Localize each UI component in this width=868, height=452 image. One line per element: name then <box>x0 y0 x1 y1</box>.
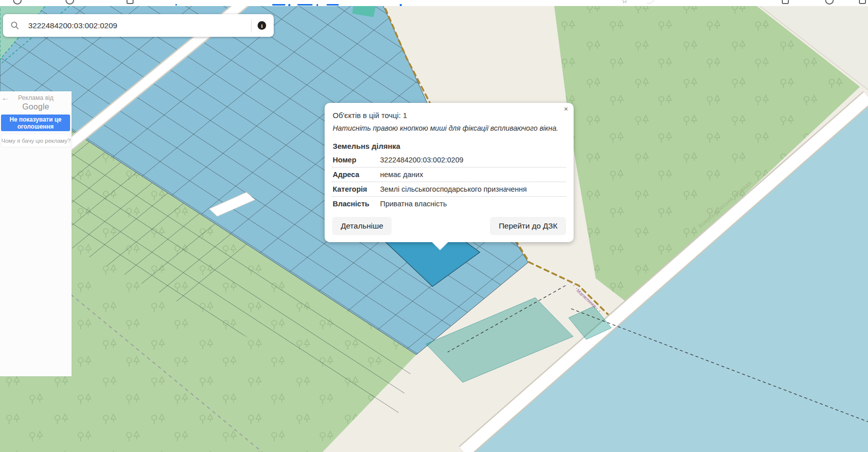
page: Малютянка Боярська міська громада ☆ 3222… <box>0 0 868 452</box>
search-icon <box>11 21 19 30</box>
field-label: Номер <box>333 156 380 164</box>
field-row-number: Номер 3222484200:03:002:0209 <box>332 153 566 167</box>
url-text-fragment <box>400 4 402 6</box>
goto-dzk-button[interactable]: Перейти до ДЗК <box>490 217 566 235</box>
extension-icon[interactable] <box>782 0 789 4</box>
google-logo: Google <box>0 102 72 111</box>
menu-icon[interactable] <box>859 0 866 4</box>
reload-icon[interactable] <box>13 0 22 5</box>
site-info-icon[interactable] <box>127 0 134 4</box>
popup-buttons: Детальніше Перейти до ДЗК <box>332 217 566 235</box>
url-text-fragment <box>272 4 285 6</box>
url-text-fragment <box>297 4 313 6</box>
browser-toolbar-strip: ☆ <box>0 0 868 6</box>
field-label: Категорія <box>333 185 380 193</box>
field-value: 3222484200:03:002:0209 <box>380 156 463 164</box>
field-row-address: Адреса немає даних <box>332 167 566 182</box>
ad-header: Реклама від <box>0 94 72 101</box>
field-row-ownership: Власність Приватна власність <box>332 197 566 211</box>
url-text-fragment <box>327 4 339 6</box>
ad-why-link[interactable]: Чому я бачу цю рекламу? <box>1 134 71 147</box>
popup-count-line: Об'єктів в цій точці: 1 <box>333 111 566 120</box>
profile-icon[interactable] <box>825 0 834 5</box>
bookmark-star-icon[interactable]: ☆ <box>622 0 628 5</box>
close-icon[interactable]: × <box>564 105 568 112</box>
ad-panel: ← Реклама від Google Не показувати це ог… <box>0 91 72 376</box>
search-divider <box>251 19 252 32</box>
popup-hint-line: Натисніть правою кнопкою миші для фіксац… <box>333 124 566 132</box>
field-row-category: Категорія Землі сільськогосподарського п… <box>332 182 566 197</box>
favicon <box>66 0 74 5</box>
ad-dismiss-button[interactable]: Не показувати це оголошення <box>1 115 70 131</box>
info-button[interactable]: i <box>258 21 266 30</box>
url-text-fragment <box>317 4 318 6</box>
ad-back-arrow-icon[interactable]: ← <box>2 93 9 102</box>
field-label: Власність <box>333 200 380 208</box>
search-bar[interactable]: 3222484200:03:002:0209 i <box>3 14 274 37</box>
popup-section-title: Земельнs ділянка <box>333 142 566 150</box>
details-button[interactable]: Детальніше <box>332 217 392 235</box>
field-value: Приватна власність <box>380 200 447 208</box>
field-value: Землі сільськогосподарського призначення <box>380 185 527 193</box>
search-input[interactable]: 3222484200:03:002:0209 <box>28 21 251 30</box>
url-text-fragment <box>288 4 290 6</box>
parcel-popup: × Об'єктів в цій точці: 1 Натисніть прав… <box>325 103 574 242</box>
field-value: немає даних <box>380 171 423 179</box>
url-text-fragment <box>175 4 177 6</box>
field-label: Адреса <box>333 171 380 179</box>
tab-corner <box>647 0 654 4</box>
